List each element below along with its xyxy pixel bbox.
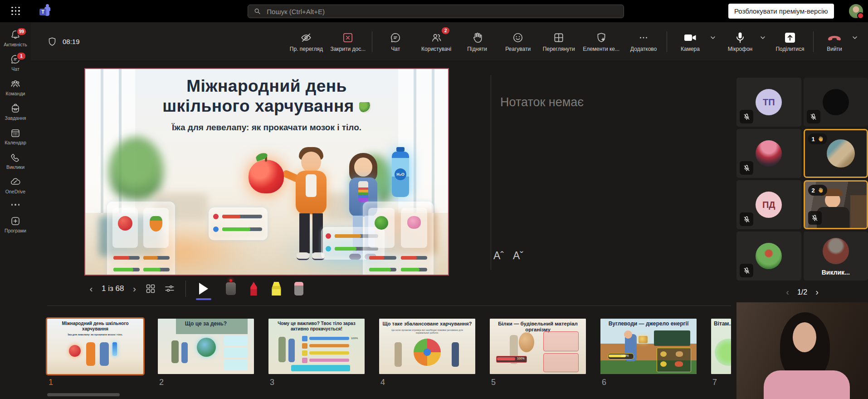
slide-thumbnail-3[interactable]: Чому це важливо? Твоє тіло зараз активно… [268,319,365,374]
laser-pointer-icon [226,282,236,295]
meeting-chat-button[interactable]: Чат [375,25,416,58]
sidebar-item-apps[interactable]: Програми [0,216,31,233]
view-button[interactable]: Переглянути [538,25,579,58]
slide-title: Міжнародний день шкільного харчування [85,76,448,116]
participants-badge: 2 [442,27,449,34]
pager-next-icon[interactable]: › [815,287,819,297]
raise-hand-icon [471,32,483,44]
participant-tile-dark[interactable] [804,78,868,127]
mic-off-icon [740,264,753,277]
highlighter-icon [271,282,282,296]
chat-icon [390,32,401,44]
pointer-tool-button[interactable] [192,283,215,295]
search-bar[interactable] [248,5,624,18]
shield-icon [47,36,57,47]
slide-canvas: Міжнародний день шкільного харчування Їж… [85,69,448,275]
participants-pager: ‹ 1/2 › [736,287,868,297]
chevron-down-icon[interactable] [711,35,715,40]
slide-water-bottle-illustration: H₂O [392,152,409,197]
search-input[interactable] [266,7,618,16]
eraser-tool-button[interactable] [288,282,310,296]
pen-tool-button[interactable] [242,282,265,296]
presenter-preview-button[interactable]: Пр. перегляд [286,25,327,58]
participant-tile-tp[interactable]: ТП [736,78,801,127]
highlighter-tool-button[interactable] [265,282,288,296]
more-actions-button[interactable]: Додатково [623,25,664,58]
slide-thumbnail-6[interactable]: Вуглеводи — джерело енергії 100% [600,319,697,374]
sidebar-item-onedrive[interactable]: OneDrive [0,177,31,194]
leave-button[interactable]: Вийти [816,25,853,58]
participant-tile-pd[interactable]: ПД [736,180,801,229]
raise-hand-button[interactable]: Підняти [457,25,497,58]
toolbar-divider [667,31,667,52]
filmstrip-scrollbar[interactable] [47,393,120,396]
shared-slide-viewer[interactable]: Міжнародний день шкільного харчування Їж… [84,68,449,276]
participant-tile-boy-video[interactable]: 2 [804,180,868,229]
sidebar-item-teams[interactable]: Команди [0,79,31,96]
mic-icon [735,32,746,44]
sidebar-item-chat[interactable]: Чат 1 [0,54,31,72]
prev-slide-button[interactable]: ‹ [84,283,98,294]
mic-off-icon [808,211,822,225]
thumbnail-number: 5 [491,378,496,387]
hud-panel-left [107,202,175,276]
next-slide-button[interactable]: › [127,283,141,294]
sidebar-item-label: Програми [5,228,26,233]
slide-controls-bar: ‹ 1 із 68 › [84,278,447,300]
thumbnail-number: 6 [602,378,606,387]
participant-tile-anime[interactable] [736,129,801,178]
slide-settings-button[interactable] [160,283,179,294]
sidebar-item-label: Активність [4,42,27,47]
presenter-webcam-video[interactable] [736,302,868,399]
raised-hand-badge: 2 [808,185,827,196]
sidebar-item-calendar[interactable]: Календар [0,128,31,145]
chevron-down-icon[interactable] [853,35,857,40]
sidebar-item-label: Календар [5,140,26,145]
mic-off-icon [740,161,753,175]
notes-font-controls: Aˆ Aˇ [493,250,523,262]
notes-panel-divider [491,75,491,270]
unlock-premium-button[interactable]: Розблокувати преміум-версію [728,4,834,19]
slide-thumbnail-7[interactable]: Вітам... [711,319,731,374]
participant-tile-cat[interactable]: 1 [804,129,868,178]
avatar [827,139,855,167]
sidebar-item-activity[interactable]: Активність 99 [0,30,31,47]
sidebar-item-label: Чат [11,66,19,72]
sidebar-item-label: Команди [6,91,25,96]
slide-thumbnail-5[interactable]: Білки — будівельний матеріал організму 1… [490,319,586,374]
font-decrease-button[interactable]: Aˇ [513,250,523,262]
sidebar-more-icon[interactable] [11,204,20,206]
toolbar-buttons: Пр. перегляд Закрити дос... Чат Користув… [286,25,868,58]
raised-hand-icon [817,136,824,142]
camera-button[interactable]: Камера [670,25,711,58]
participants-button[interactable]: Користувачі 2 [416,25,457,58]
share-icon [784,32,796,44]
raised-hand-icon [817,187,824,193]
avatar [823,89,849,115]
salad-icon [359,102,371,113]
sidebar-item-calls[interactable]: Виклики [0,152,31,170]
pager-prev-icon[interactable]: ‹ [786,287,789,297]
stop-presenting-button[interactable]: Закрити дос... [327,25,369,58]
share-button[interactable]: Поділитися [770,25,810,58]
pen-icon [249,282,258,296]
slide-thumbnail-2[interactable]: Що це за день? [158,319,254,374]
font-increase-button[interactable]: Aˆ [493,250,504,262]
participant-tile-bike[interactable] [736,232,801,281]
chevron-down-icon[interactable] [761,35,765,40]
meeting-controls-button[interactable]: Елементи ке... [579,25,623,58]
slide-thumbnail-1[interactable]: Міжнародний день шкільного харчування Їж… [47,319,143,374]
slide-apple-illustration [249,160,284,193]
mic-button[interactable]: Мікрофон [720,25,761,58]
laser-pointer-tool-button[interactable] [219,282,242,295]
sidebar-item-label: Завдання [5,115,26,121]
sidebar-item-assignments[interactable]: Завдання [0,103,31,121]
toolbar-divider [813,31,814,52]
hud-panel-right [363,202,434,276]
participant-tile-calling[interactable]: Виклик... [804,232,868,281]
app-launcher-icon[interactable] [11,7,20,16]
slide-thumbnail-4[interactable]: Що таке збалансоване харчування? Це коли… [379,319,475,374]
user-avatar[interactable] [849,4,863,18]
react-button[interactable]: Реагувати [497,25,538,58]
grid-view-button[interactable] [141,283,160,294]
